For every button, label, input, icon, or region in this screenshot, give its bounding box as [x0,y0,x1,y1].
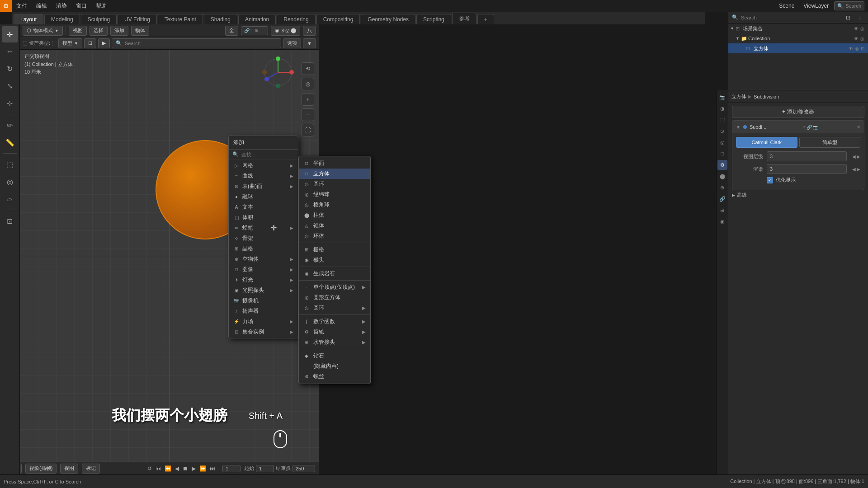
outliner-filter-icon[interactable]: ⊡ [844,13,853,22]
outliner-search-bar[interactable]: 🔍 Search ⊡ ↕ [728,12,868,23]
sub-round-cube[interactable]: ◎ 圆形立方体 [299,292,370,303]
view-interp-menu[interactable]: 视象(插帧) [25,464,57,474]
sub-diamond[interactable]: ◆ 钻石 [299,351,370,361]
sub-gear[interactable]: ⚙ 齿轮 ▶ [299,327,370,337]
tab-compositing[interactable]: Compositing [316,14,360,24]
top-search-box[interactable]: 🔍 Search [834,1,864,10]
coll-eye[interactable]: 👁 [854,36,859,41]
add-collection-item[interactable]: ⊡ 集合实例 ▶ [229,327,298,337]
mark-menu[interactable]: 标记 [82,464,100,474]
viewport-add-menu[interactable]: 添加 [110,26,128,36]
tool-annotate[interactable]: ✏ [2,117,18,133]
timeline-stop[interactable]: ⏹ [183,465,188,472]
add-menu-search-input[interactable] [241,152,294,157]
tab-reference[interactable]: 参考 [452,13,476,24]
tab-sculpting[interactable]: Sculpting [81,14,117,24]
coll-render[interactable]: ◎ [860,36,864,41]
sub-hidden[interactable]: (隐藏内容) [299,361,370,371]
cube-viewport[interactable]: ⊡ [861,46,864,51]
advanced-row[interactable]: ▶ 高级 [728,190,868,200]
scene-eye[interactable]: 👁 [854,26,859,31]
menu-file[interactable]: 文件 [12,0,32,12]
viewport-minus[interactable]: ◀ [852,154,856,159]
tab-scripting[interactable]: Scripting [416,14,451,24]
prop-checkbox[interactable]: ✓ 优化显示 [767,177,796,183]
shading-btn[interactable]: ◉ ⊡ ◎ ⬤ [271,26,300,36]
prop-icon-modifier[interactable]: ⚙ [717,160,727,170]
viewport-full-btn[interactable]: 全 [225,26,238,36]
nav-btn-frame[interactable]: ⛶ [302,124,314,136]
render-plus[interactable]: ▶ [857,167,860,172]
nav-btn-1[interactable]: ⟲ [302,62,314,75]
viewlayer-selector[interactable]: ViewLayer [800,2,832,10]
prop-icon-render[interactable]: 📷 [717,92,727,102]
tool-measure[interactable]: 📏 [2,134,18,150]
tool-cursor[interactable]: ✛ [2,26,18,42]
add-metaball-item[interactable]: ● 融球 [229,192,298,202]
menu-render[interactable]: 渲染 [52,0,71,12]
menu-window[interactable]: 窗口 [71,0,91,12]
viewport-object-menu[interactable]: 物体 [131,26,149,36]
asset-options-btn[interactable]: 选项 [283,38,301,48]
tool-move[interactable]: ↔ [2,43,18,60]
sub-torus2[interactable]: ◎ 圆环 ▶ [299,303,370,313]
timeline-prev-frame[interactable]: ⏪ [165,465,171,472]
optimize-checkbox[interactable]: ✓ [767,177,773,183]
prop-icon-scene[interactable]: ⊙ [717,126,727,136]
sub-icosphere[interactable]: ◎ 棱角球 [299,200,370,210]
frame-start-input[interactable] [256,465,274,472]
tree-cube[interactable]: □ 立方体 👁 ◎ ⊡ [728,43,868,53]
sub-uvsphere[interactable]: ◎ 经纬球 [299,189,370,200]
add-mesh-item[interactable]: ▷ 网格 ▶ [229,160,298,171]
asset-filter-btn1[interactable]: ⊡ [84,38,96,48]
sub-cube[interactable]: □ 立方体 [299,169,370,179]
add-armature-item[interactable]: ⊹ 骨架 [229,233,298,244]
sub-rock[interactable]: ◉ 生成岩石 [299,268,370,279]
add-text-item[interactable]: A 文本 [229,202,298,212]
add-force-item[interactable]: ⚡ 力场 ▶ [229,316,298,327]
render-prop-value[interactable]: 3 [767,164,847,174]
mode-selector[interactable]: ⬡ 物体模式 ▼ [23,26,63,36]
sub-cone[interactable]: △ 锥体 [299,221,370,231]
viewport-gizmo[interactable] [260,54,296,90]
viewport-plus[interactable]: ▶ [857,154,860,159]
add-grease-item[interactable]: ✏ 蜡笔 ▶ [229,223,298,233]
tool-scale[interactable]: ⤡ [2,78,18,94]
tree-scene-collection[interactable]: ▼ ⊡ 场景集合 👁 ◎ [728,23,868,33]
render-minus[interactable]: ◀ [852,167,856,172]
prop-icon-material[interactable]: ◉ [717,216,727,226]
prop-icon-physics[interactable]: ⊕ [717,183,727,192]
sub-screw[interactable]: ⚙ 螺丝 [299,371,370,382]
tree-collection[interactable]: ▼ 📁 Collection 👁 ◎ [728,33,868,43]
sub-single-vert[interactable]: · 单个顶点(仅顶点) ▶ [299,282,370,292]
tab-animation[interactable]: Animation [238,14,276,24]
scene-render[interactable]: ◎ [860,26,864,31]
add-volume-item[interactable]: ⬚ 体积 [229,212,298,223]
prop-icon-object[interactable]: □ [717,149,727,159]
viewport-prop-value[interactable]: 3 [767,151,847,161]
tool-rotate[interactable]: ↻ [2,61,18,77]
mod-type-simple[interactable]: 简单型 [799,137,861,148]
tab-add[interactable]: + [477,14,494,24]
prop-icon-constraints[interactable]: 🔗 [717,194,727,204]
tab-texture[interactable]: Texture Paint [158,14,203,24]
add-curve-item[interactable]: ~ 曲线 ▶ [229,171,298,181]
add-modifier-btn[interactable]: + 添加修改器 [732,106,864,117]
tab-shading[interactable]: Shading [204,14,237,24]
add-probe-item[interactable]: ◉ 光照探头 ▶ [229,285,298,296]
prop-icon-particles[interactable]: ⬤ [717,171,727,181]
tool-lasso[interactable]: ⌓ [2,191,18,207]
add-image-item[interactable]: □ 图像 ▶ [229,264,298,275]
tab-geometry-nodes[interactable]: Geometry Nodes [361,14,415,24]
asset-filter-btn2[interactable]: ▶ [98,38,110,48]
sub-plane[interactable]: □ 平面 [299,158,370,169]
prop-icon-data[interactable]: ⊞ [717,205,727,215]
add-lattice-item[interactable]: ⊞ 晶格 [229,244,298,254]
tool-extra[interactable]: ⊡ [2,213,18,229]
view-menu-timeline[interactable]: 视图 [60,464,78,474]
asset-chevron-btn[interactable]: ▼ [303,38,316,48]
tool-box[interactable]: ⬚ [2,156,18,173]
overlay-btn[interactable]: 八 [303,26,316,36]
asset-type-selector[interactable]: 模型 ▼ [58,38,82,48]
sub-cylinder[interactable]: ⬤ 柱体 [299,210,370,221]
